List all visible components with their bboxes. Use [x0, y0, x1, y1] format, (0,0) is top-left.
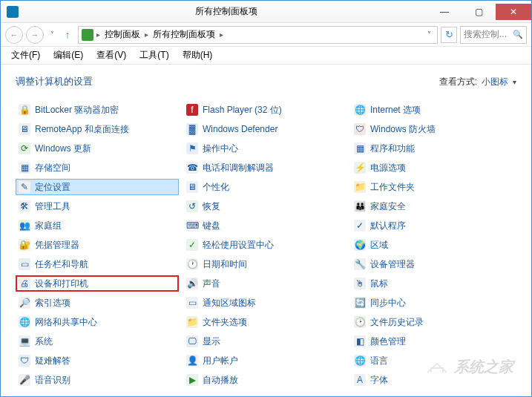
cp-item[interactable]: 🔎索引选项 [16, 295, 179, 311]
content-area: 调整计算机的设置 查看方式: 小图标 ▾ 🔒BitLocker 驱动器加密fFl… [1, 65, 531, 397]
cp-item-icon: ✓ [354, 220, 366, 232]
cp-item[interactable]: 🖵显示 [183, 333, 347, 350]
maximize-button[interactable]: ▢ [462, 4, 496, 20]
cp-item[interactable]: ☎电话和调制解调器 [183, 160, 347, 176]
cp-item[interactable]: ◧颜色管理 [351, 333, 499, 350]
cp-item[interactable]: ▭通知区域图标 [183, 295, 347, 311]
refresh-button[interactable]: ↻ [441, 27, 457, 43]
cp-item-label: 轻松使用设置中心 [203, 239, 274, 252]
cp-item[interactable]: 🛡疑难解答 [16, 352, 179, 369]
cp-item-icon: 🌐 [19, 316, 30, 328]
menu-edit[interactable]: 编辑(E) [47, 47, 89, 63]
breadcrumb-sep: ▸ [145, 30, 148, 39]
cp-item[interactable]: 🌐语言 [351, 352, 499, 369]
cp-item-label: 用户帐户 [203, 355, 238, 367]
cp-item-icon: ↺ [186, 200, 198, 212]
cp-item[interactable]: 💻系统 [16, 333, 179, 350]
breadcrumb-sep: ▸ [96, 30, 100, 39]
cp-item-icon: 🔐 [19, 239, 30, 251]
cp-item[interactable]: 👪家庭安全 [351, 198, 499, 214]
cp-item-icon: 🛠 [19, 200, 30, 212]
cp-item[interactable]: 🌐网络和共享中心 [16, 314, 179, 330]
cp-item-icon: ▓ [186, 123, 198, 135]
cp-item[interactable]: 🔐凭据管理器 [16, 237, 179, 253]
view-by: 查看方式: 小图标 ▾ [439, 76, 516, 88]
cp-item[interactable]: ⚑操作中心 [183, 140, 347, 157]
cp-item[interactable]: ⚡电源选项 [351, 160, 499, 176]
cp-item-icon: 🖥 [186, 181, 198, 193]
cp-item-label: Windows 防火墙 [370, 123, 436, 136]
cp-item-icon: ⚑ [186, 142, 198, 154]
cp-item[interactable]: ▦程序和功能 [351, 140, 499, 157]
cp-item[interactable]: ▶自动播放 [183, 372, 347, 388]
cp-item-icon: A [354, 374, 366, 386]
address-dropdown[interactable]: ˅ [424, 30, 434, 39]
cp-item[interactable]: 🖨设备和打印机 [16, 275, 179, 292]
cp-item[interactable]: 🌍区域 [351, 237, 499, 253]
cp-item-icon: 🕑 [354, 316, 366, 328]
menu-help[interactable]: 帮助(H) [177, 47, 219, 63]
cp-item[interactable]: fFlash Player (32 位) [183, 102, 347, 118]
cp-item[interactable]: 👥家庭组 [16, 217, 179, 234]
cp-item-label: 系统 [35, 335, 53, 348]
cp-item[interactable]: 🕐日期和时间 [183, 256, 347, 272]
cp-item-icon: ☎ [186, 162, 198, 174]
viewby-arrow[interactable]: ▾ [513, 78, 516, 86]
cp-item[interactable]: 🖱鼠标 [351, 275, 499, 292]
titlebar: 所有控制面板项 — ▢ ✕ [1, 1, 531, 23]
breadcrumb-current[interactable]: 所有控制面板项 [151, 28, 217, 41]
app-icon [7, 6, 19, 18]
cp-item[interactable]: ▓Windows Defender [183, 121, 347, 137]
cp-item-icon: ▦ [354, 142, 366, 154]
cp-item[interactable]: 🎤语音识别 [16, 372, 179, 388]
cp-item-icon: 👤 [186, 355, 198, 367]
menu-file[interactable]: 文件(F) [5, 47, 46, 63]
cp-item[interactable]: 🖥RemoteApp 和桌面连接 [16, 121, 179, 137]
cp-item[interactable]: ▦存储空间 [16, 160, 179, 176]
cp-item[interactable]: 📁文件夹选项 [183, 314, 347, 330]
search-input[interactable]: 搜索控制... 🔍 [460, 26, 527, 44]
cp-item-label: 文件历史记录 [370, 316, 424, 329]
cp-item[interactable]: ▭任务栏和导航 [16, 256, 179, 272]
cp-item-label: BitLocker 驱动器加密 [35, 104, 119, 117]
cp-item[interactable]: A字体 [351, 372, 499, 388]
cp-item-label: 设备管理器 [370, 258, 415, 271]
cp-item[interactable]: 🔧设备管理器 [351, 256, 499, 272]
cp-item-label: 区域 [370, 239, 388, 252]
cp-item[interactable]: 🌐Internet 选项 [351, 102, 499, 118]
cp-item-label: 电话和调制解调器 [203, 162, 274, 174]
cp-item[interactable]: 📁工作文件夹 [351, 179, 499, 195]
breadcrumb-root[interactable]: 控制面板 [103, 28, 142, 41]
cp-item-label: 日期和时间 [203, 258, 247, 271]
cp-item[interactable]: 🕑文件历史记录 [351, 314, 499, 330]
close-button[interactable]: ✕ [496, 4, 531, 20]
history-dropdown[interactable]: ˅ [47, 30, 57, 39]
cp-item[interactable]: 🛡Windows 防火墙 [351, 121, 499, 137]
cp-item[interactable]: 🔊声音 [183, 275, 347, 292]
viewby-value[interactable]: 小图标 [482, 76, 508, 88]
forward-button[interactable]: → [26, 26, 44, 44]
cp-item[interactable]: 👤用户帐户 [183, 352, 347, 369]
cp-item[interactable]: ✓默认程序 [351, 217, 499, 234]
cp-item-icon: 👪 [354, 200, 366, 212]
cp-item[interactable]: ✎定位设置 [16, 179, 179, 195]
cp-item[interactable]: 🔄同步中心 [351, 295, 499, 311]
minimize-button[interactable]: — [427, 4, 462, 20]
up-button[interactable]: ↑ [60, 27, 75, 42]
back-button[interactable]: ← [5, 26, 23, 44]
cp-item-icon: 📁 [186, 316, 198, 328]
menu-tools[interactable]: 工具(T) [134, 47, 174, 63]
menubar: 文件(F) 编辑(E) 查看(V) 工具(T) 帮助(H) [1, 47, 531, 65]
addressbar[interactable]: ▸ 控制面板 ▸ 所有控制面板项 ▸ ˅ [78, 26, 438, 44]
cp-item[interactable]: 🖥个性化 [183, 179, 347, 195]
cp-item-label: 管理工具 [35, 200, 70, 213]
cp-item[interactable]: ✓轻松使用设置中心 [183, 237, 347, 253]
cp-item[interactable]: ↺恢复 [183, 198, 347, 214]
menu-view[interactable]: 查看(V) [91, 47, 132, 63]
window-buttons: — ▢ ✕ [427, 4, 531, 20]
cp-item[interactable]: 🛠管理工具 [16, 198, 179, 214]
cp-item-icon: ✓ [186, 239, 198, 251]
cp-item[interactable]: ⟳Windows 更新 [16, 140, 179, 157]
cp-item[interactable]: ⌨键盘 [183, 217, 347, 234]
cp-item[interactable]: 🔒BitLocker 驱动器加密 [16, 102, 179, 118]
